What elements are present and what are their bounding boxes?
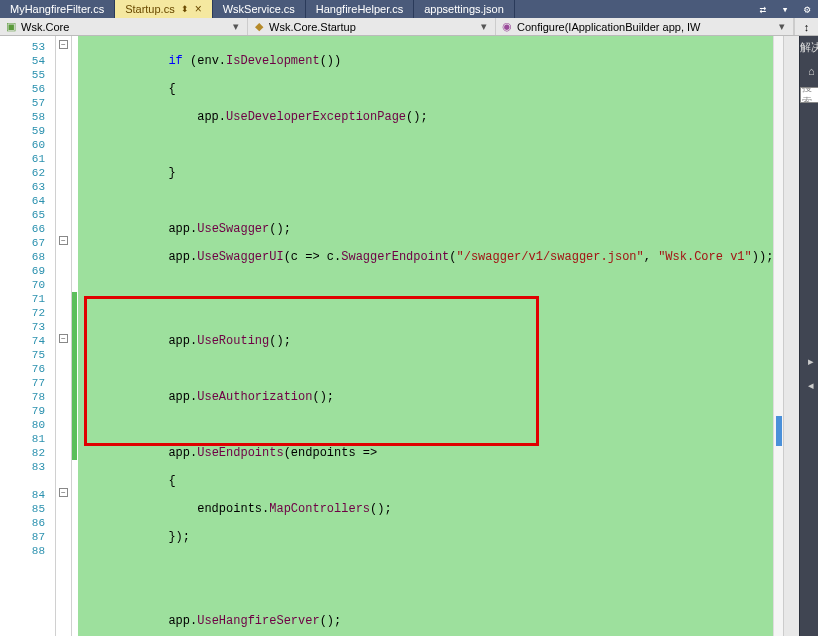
tab-appsettings[interactable]: appsettings.json bbox=[414, 0, 515, 18]
breadcrumb-project[interactable]: ▣ Wsk.Core ▾ bbox=[0, 18, 248, 35]
panel-title[interactable]: 解决 bbox=[800, 40, 818, 55]
chevron-right-icon[interactable]: ▸ bbox=[801, 354, 818, 370]
csharp-icon: ▣ bbox=[4, 20, 18, 34]
home-icon[interactable]: ⌂ bbox=[801, 63, 818, 79]
chevron-down-icon: ▾ bbox=[229, 20, 243, 33]
tab-startup[interactable]: Startup.cs⬍× bbox=[115, 0, 213, 18]
tab-bar: MyHangfireFilter.cs Startup.cs⬍× WskServ… bbox=[0, 0, 818, 18]
pin-icon[interactable]: ⬍ bbox=[181, 4, 189, 14]
breadcrumb-method[interactable]: ◉ Configure(IApplicationBuilder app, IW … bbox=[496, 18, 794, 35]
fold-toggle[interactable]: − bbox=[59, 334, 68, 343]
split-icon[interactable]: ↕ bbox=[794, 18, 818, 35]
line-gutter: 5354555657585960616263646566676869707172… bbox=[0, 36, 56, 636]
fold-toggle[interactable]: − bbox=[59, 488, 68, 497]
fold-toggle[interactable]: − bbox=[59, 40, 68, 49]
outline-column[interactable]: − − − − bbox=[56, 36, 72, 636]
overflow-icon[interactable]: ⇄ bbox=[752, 0, 774, 18]
fold-toggle[interactable]: − bbox=[59, 236, 68, 245]
tab-hangfirehelper[interactable]: HangfireHelper.cs bbox=[306, 0, 414, 18]
dropdown-icon[interactable]: ▾ bbox=[774, 0, 796, 18]
breadcrumb-namespace[interactable]: ◆ Wsk.Core.Startup ▾ bbox=[248, 18, 496, 35]
chevron-down-icon: ▾ bbox=[477, 20, 491, 33]
chevron-left-icon[interactable]: ◂ bbox=[801, 378, 818, 394]
code-editor[interactable]: 5354555657585960616263646566676869707172… bbox=[0, 36, 799, 636]
tab-wskservice[interactable]: WskService.cs bbox=[213, 0, 306, 18]
gear-icon[interactable]: ⚙ bbox=[796, 0, 818, 18]
breadcrumb: ▣ Wsk.Core ▾ ◆ Wsk.Core.Startup ▾ ◉ Conf… bbox=[0, 18, 818, 36]
class-icon: ◆ bbox=[252, 20, 266, 34]
code-area[interactable]: if (env.IsDevelopment()) { app.UseDevelo… bbox=[78, 36, 773, 636]
search-input[interactable]: 搜索 bbox=[800, 87, 818, 103]
chevron-down-icon: ▾ bbox=[775, 20, 789, 33]
vertical-scrollbar[interactable] bbox=[783, 36, 799, 636]
minimap[interactable] bbox=[773, 36, 783, 636]
solution-explorer-collapsed: 解决 ⌂ 搜索 ▸ ◂ bbox=[799, 36, 818, 636]
close-icon[interactable]: × bbox=[195, 2, 202, 16]
tab-myhangfirefilter[interactable]: MyHangfireFilter.cs bbox=[0, 0, 115, 18]
method-icon: ◉ bbox=[500, 20, 514, 34]
